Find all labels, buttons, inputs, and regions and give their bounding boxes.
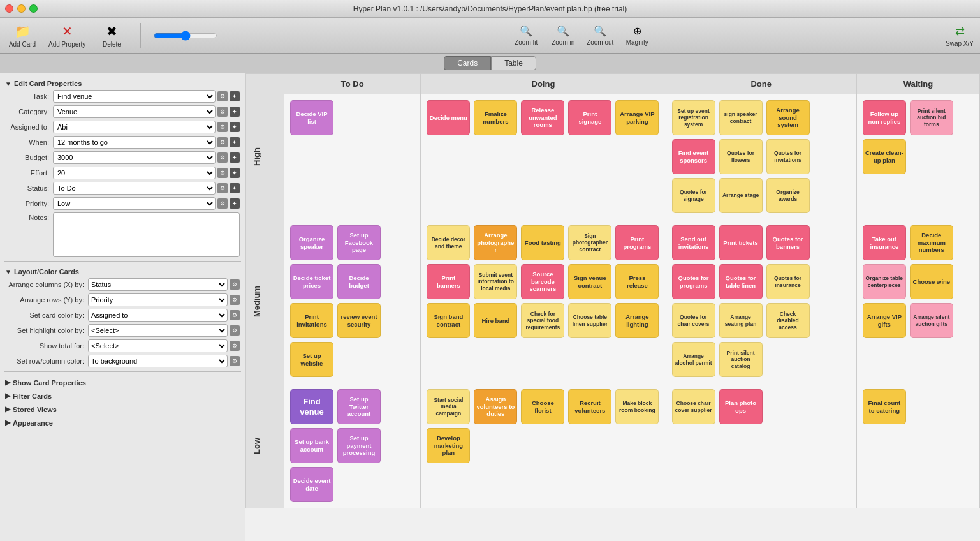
card-print-signage[interactable]: Print signage <box>568 100 611 135</box>
budget-select[interactable]: 3000 <box>53 151 216 164</box>
assigned-select[interactable]: Abi <box>53 121 216 133</box>
card-recruit-volunteers[interactable]: Recruit volunteers <box>568 389 611 424</box>
card-find-event-sponsors[interactable]: Find event sponsors <box>672 139 715 174</box>
task-gear-icon[interactable]: ⚙ <box>217 91 228 101</box>
card-arrange-vip-gifts[interactable]: Arrange VIP gifts <box>863 303 906 338</box>
card-press-release[interactable]: Press release <box>615 264 659 299</box>
arrange-x-gear[interactable]: ⚙ <box>230 279 240 290</box>
card-develop-marketing-plan[interactable]: Develop marketing plan <box>427 428 470 463</box>
layout-section-header[interactable]: ▼ Layout/Color Cards <box>4 265 241 278</box>
card-arrange-silent-auction-gifts[interactable]: Arrange silent auction gifts <box>910 303 953 338</box>
card-send-out-invitations[interactable]: Send out invitations <box>672 225 715 260</box>
card-finalize-numbers[interactable]: Finalize numbers <box>474 100 517 135</box>
card-find-venue[interactable]: Find venue <box>290 389 333 424</box>
card-arrange-lighting[interactable]: Arrange lighting <box>615 303 659 338</box>
card-hire-band[interactable]: Hire band <box>474 303 517 338</box>
swap-xy-button[interactable]: ⇄ Swap X/Y <box>946 24 974 47</box>
zoom-in-button[interactable]: 🔍 Zoom in <box>547 25 579 46</box>
card-color-gear[interactable]: ⚙ <box>230 310 240 320</box>
zoom-out-button[interactable]: 🔍 Zoom out <box>584 25 616 46</box>
show-card-props-section[interactable]: ▶ Show Card Properties <box>4 376 241 389</box>
notes-textarea[interactable] <box>53 212 240 257</box>
row-col-select[interactable]: To background <box>88 355 228 367</box>
card-decide-budget[interactable]: Decide budget <box>337 264 381 299</box>
card-decide-menu[interactable]: Decide menu <box>427 100 470 135</box>
task-select[interactable]: Find venue <box>53 90 216 103</box>
task-cog-icon[interactable]: ✦ <box>230 91 240 101</box>
effort-select[interactable]: 20 <box>53 167 216 179</box>
card-color-select[interactable]: Assigned to <box>88 309 228 322</box>
card-make-block-room-booking[interactable]: Make block room booking <box>615 389 659 424</box>
card-print-silent-auction-bid[interactable]: Print silent auction bid forms <box>910 100 953 135</box>
card-sign-speaker-contract[interactable]: sign speaker contract <box>719 100 763 135</box>
arrange-x-select[interactable]: Status <box>88 278 228 291</box>
card-take-out-insurance[interactable]: Take out insurance <box>863 225 906 260</box>
card-setup-twitter[interactable]: Set up Twitter account <box>337 389 381 424</box>
card-print-programs[interactable]: Print programs <box>615 225 659 260</box>
card-setup-facebook[interactable]: Set up Facebook page <box>337 225 381 260</box>
card-release-unwanted-rooms[interactable]: Release unwanted rooms <box>521 100 564 135</box>
tab-cards[interactable]: Cards <box>444 56 491 70</box>
arrange-y-gear[interactable]: ⚙ <box>230 295 240 305</box>
card-decide-event-date[interactable]: Decide event date <box>290 467 333 502</box>
card-decide-ticket-prices[interactable]: Decide ticket prices <box>290 264 333 299</box>
card-print-silent-auction-catalog[interactable]: Print silent auction catalog <box>719 342 763 377</box>
card-sign-venue-contract[interactable]: Sign venue contract <box>568 264 611 299</box>
priority-gear-icon[interactable]: ⚙ <box>217 198 228 209</box>
stored-views-section[interactable]: ▶ Stored Views <box>4 403 241 416</box>
assigned-cog-icon[interactable]: ✦ <box>230 122 240 132</box>
card-arrange-sound-system[interactable]: Arrange sound system <box>766 100 810 135</box>
card-sign-band-contract[interactable]: Sign band contract <box>427 303 470 338</box>
status-select[interactable]: To Do <box>53 182 216 195</box>
highlight-select[interactable]: <Select> <box>88 324 228 337</box>
card-decide-max-numbers[interactable]: Decide maximum numbers <box>910 225 953 260</box>
zoom-fit-button[interactable]: 🔍 Zoom fit <box>510 25 542 46</box>
card-arrange-vip-parking[interactable]: Arrange VIP parking <box>615 100 659 135</box>
tab-table[interactable]: Table <box>491 56 536 70</box>
minimize-button[interactable] <box>17 4 26 13</box>
card-organize-speaker[interactable]: Organize speaker <box>290 225 333 260</box>
card-start-social-media[interactable]: Start social media campaign <box>427 389 470 424</box>
card-assign-volunteers[interactable]: Assign volunteers to duties <box>474 389 517 424</box>
maximize-button[interactable] <box>29 4 38 13</box>
row-col-gear[interactable]: ⚙ <box>230 356 240 366</box>
priority-select[interactable]: Low <box>53 197 216 210</box>
card-decide-vip-list[interactable]: Decide VIP list <box>290 100 333 135</box>
card-quotes-flowers[interactable]: Quotes for flowers <box>719 139 763 174</box>
delete-button[interactable]: ✖ Delete <box>96 24 128 48</box>
card-submit-event-info[interactable]: Submit event information to local media <box>474 264 517 299</box>
card-quotes-signage[interactable]: Quotes for signage <box>672 178 715 213</box>
status-gear-icon[interactable]: ⚙ <box>217 183 228 193</box>
card-arrange-alcohol-permit[interactable]: Arrange alcohol permit <box>672 342 715 377</box>
card-check-special-food[interactable]: Check for special food requirements <box>521 303 564 338</box>
card-quotes-programs[interactable]: Quotes for programs <box>672 264 715 299</box>
card-arrange-photographer[interactable]: Arrange photographer <box>474 225 517 260</box>
card-organize-awards[interactable]: Organize awards <box>766 178 810 213</box>
when-gear-icon[interactable]: ⚙ <box>217 137 228 147</box>
card-arrange-stage[interactable]: Arrange stage <box>719 178 763 213</box>
magnify-button[interactable]: ⊕ Magnify <box>621 25 653 46</box>
card-check-disabled-access[interactable]: Check disabled access <box>766 303 810 338</box>
card-quotes-insurance[interactable]: Quotes for insurance <box>766 264 810 299</box>
status-cog-icon[interactable]: ✦ <box>230 183 240 193</box>
category-gear-icon[interactable]: ⚙ <box>217 107 228 117</box>
card-print-tickets[interactable]: Print tickets <box>719 225 763 260</box>
when-cog-icon[interactable]: ✦ <box>230 137 240 147</box>
effort-cog-icon[interactable]: ✦ <box>230 168 240 178</box>
card-quotes-table-linen[interactable]: Quotes for table linen <box>719 264 763 299</box>
card-quotes-invitations[interactable]: Quotes for invitations <box>766 139 810 174</box>
budget-gear-icon[interactable]: ⚙ <box>217 152 228 163</box>
card-review-event-security[interactable]: review event security <box>337 303 381 338</box>
edit-card-properties-header[interactable]: ▼ Edit Card Properties <box>4 77 241 90</box>
card-create-cleanup-plan[interactable]: Create clean-up plan <box>863 139 906 174</box>
priority-cog-icon[interactable]: ✦ <box>230 198 240 209</box>
card-setup-website[interactable]: Set up website <box>290 342 333 377</box>
card-decide-decor-theme[interactable]: Decide decor and theme <box>427 225 470 260</box>
card-choose-wine[interactable]: Choose wine <box>910 264 953 299</box>
highlight-gear[interactable]: ⚙ <box>230 325 240 336</box>
budget-cog-icon[interactable]: ✦ <box>230 152 240 163</box>
show-total-gear[interactable]: ⚙ <box>230 341 240 351</box>
card-food-tasting[interactable]: Food tasting <box>521 225 564 260</box>
card-choose-florist[interactable]: Choose florist <box>521 389 564 424</box>
assigned-gear-icon[interactable]: ⚙ <box>217 122 228 132</box>
